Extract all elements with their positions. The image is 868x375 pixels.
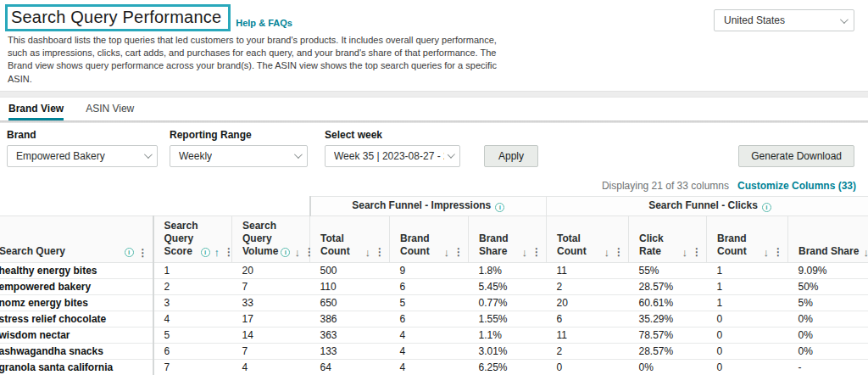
column-header-search-query-0[interactable]: Search Queryi⋮	[0, 215, 153, 262]
reporting-range-select[interactable]: Weekly	[170, 145, 308, 167]
value-cell: 4	[232, 359, 310, 375]
value-cell: 33	[232, 294, 310, 311]
sort-descending-icon[interactable]: ↓	[294, 247, 300, 258]
sort-descending-icon[interactable]: ↓	[682, 247, 688, 258]
value-cell: 5.45%	[469, 278, 547, 294]
value-cell: 11	[547, 327, 629, 343]
column-header-label: Brand Count	[400, 232, 442, 258]
info-icon[interactable]: i	[125, 248, 134, 257]
value-cell: 363	[310, 327, 390, 343]
column-header-label: Total Count	[320, 232, 363, 258]
value-cell: 6	[390, 311, 469, 327]
column-header-brand-share-5[interactable]: Brand Share↓⋮	[469, 215, 547, 262]
chevron-down-icon	[448, 151, 455, 159]
group-header-label: Search Funnel - Impressions	[352, 199, 491, 211]
help-faqs-link[interactable]: Help & FAQs	[236, 18, 292, 31]
reporting-range-filter-group: Reporting Range Weekly	[170, 129, 325, 167]
kebab-menu-icon[interactable]: ⋮	[531, 247, 542, 257]
value-cell: 20	[547, 294, 629, 311]
marketplace-select[interactable]: United States	[714, 9, 854, 31]
value-cell: 1	[707, 262, 788, 278]
value-cell: 3	[153, 294, 232, 311]
value-cell: 1.55%	[469, 311, 547, 327]
page-header: Search Query Performance Help & FAQs Thi…	[0, 0, 868, 86]
brand-select-value: Empowered Bakery	[16, 150, 105, 162]
value-cell: 20	[232, 262, 310, 278]
value-cell: 0%	[788, 311, 868, 327]
value-cell: 0%	[629, 359, 707, 375]
value-cell: 0.77%	[469, 294, 547, 311]
table-row: wisdom nectar51436341.1%1178.57%00%	[0, 327, 868, 343]
sort-descending-icon[interactable]: ↓	[604, 247, 610, 258]
select-week-filter-group: Select week Week 35 | 2023-08-27 - 2023-…	[325, 129, 484, 167]
kebab-menu-icon[interactable]: ⋮	[773, 247, 783, 257]
column-header-label: Search Query	[0, 245, 65, 258]
value-cell: 35.29%	[629, 311, 707, 327]
value-cell: 133	[310, 343, 390, 359]
info-icon[interactable]: i	[762, 203, 771, 212]
value-cell: 2	[547, 343, 629, 359]
generate-download-button[interactable]: Generate Download	[738, 145, 854, 167]
value-cell: 0	[707, 343, 788, 359]
value-cell: 1.8%	[469, 262, 547, 278]
week-select[interactable]: Week 35 | 2023-08-27 - 2023-0!	[325, 145, 460, 167]
sort-descending-icon[interactable]: ↓	[864, 247, 868, 258]
column-header-total-count-6[interactable]: Total Count↓⋮	[547, 215, 629, 262]
customize-columns-link[interactable]: Customize Columns (33)	[737, 180, 856, 192]
sort-descending-icon[interactable]: ↓	[522, 247, 528, 258]
group-header-blank	[0, 196, 310, 215]
search-query-cell: ashwagandha snacks	[0, 343, 153, 359]
info-icon[interactable]: i	[201, 248, 210, 257]
value-cell: 55%	[629, 262, 707, 278]
value-cell: 64	[310, 359, 390, 375]
marketplace-value: United States	[724, 14, 785, 26]
info-icon[interactable]: i	[495, 203, 504, 212]
week-select-value: Week 35 | 2023-08-27 - 2023-0!	[334, 150, 444, 162]
search-query-cell: wisdom nectar	[0, 327, 153, 343]
value-cell: 60.61%	[629, 294, 707, 311]
value-cell: 5	[153, 327, 232, 343]
sort-descending-icon[interactable]: ↓	[444, 247, 450, 258]
value-cell: 110	[310, 278, 390, 294]
reporting-range-value: Weekly	[179, 150, 212, 162]
kebab-menu-icon[interactable]: ⋮	[453, 247, 464, 257]
search-query-cell: stress relief chocolate	[0, 311, 153, 327]
kebab-menu-icon[interactable]: ⋮	[224, 247, 234, 257]
brand-select[interactable]: Empowered Bakery	[7, 145, 158, 167]
apply-button[interactable]: Apply	[484, 145, 538, 167]
value-cell: 14	[232, 327, 310, 343]
value-cell: 6	[547, 311, 629, 327]
info-icon[interactable]: i	[281, 248, 290, 257]
value-cell: 0%	[788, 327, 868, 343]
value-cell: 1.1%	[469, 327, 547, 343]
tab-brand-view[interactable]: Brand View	[8, 103, 64, 120]
kebab-menu-icon[interactable]: ⋮	[614, 247, 624, 257]
value-cell: 78.57%	[629, 327, 707, 343]
kebab-menu-icon[interactable]: ⋮	[304, 247, 314, 257]
view-tabs: Brand ViewASIN View	[0, 98, 868, 120]
value-cell: 4	[153, 311, 232, 327]
kebab-menu-icon[interactable]: ⋮	[138, 248, 148, 258]
sort-descending-icon[interactable]: ↓	[365, 247, 371, 258]
sort-descending-icon[interactable]: ↓	[764, 247, 770, 258]
column-header-label: Total Count	[557, 232, 602, 258]
value-cell: 6	[390, 278, 469, 294]
column-header-brand-count-8[interactable]: Brand Count↓⋮	[707, 215, 788, 262]
column-header-search-query-score-1[interactable]: Search Query Scorei↑⋮	[153, 215, 232, 262]
sort-ascending-icon[interactable]: ↑	[214, 247, 220, 258]
value-cell: 7	[232, 343, 310, 359]
column-header-total-count-3[interactable]: Total Count↓⋮	[310, 215, 390, 262]
filter-bar: Brand Empowered Bakery Reporting Range W…	[0, 123, 868, 175]
kebab-menu-icon[interactable]: ⋮	[692, 247, 702, 257]
title-annotation-box: Search Query Performance	[5, 4, 231, 31]
kebab-menu-icon[interactable]: ⋮	[375, 247, 385, 257]
value-cell: 4	[390, 359, 469, 375]
column-header-brand-share-9[interactable]: Brand Share↓	[788, 215, 868, 262]
column-header-click-rate-7[interactable]: Click Rate↓⋮	[629, 215, 707, 262]
column-header-brand-count-4[interactable]: Brand Count↓⋮	[390, 215, 469, 262]
column-header-label: Brand Count	[717, 232, 761, 258]
tab-asin-view[interactable]: ASIN View	[86, 103, 134, 120]
value-cell: 7	[232, 278, 310, 294]
column-header-search-query-volume-2[interactable]: Search Query Volumei↓⋮	[232, 215, 310, 262]
table-row: empowered bakery2711065.45%228.57%150%	[0, 278, 868, 294]
